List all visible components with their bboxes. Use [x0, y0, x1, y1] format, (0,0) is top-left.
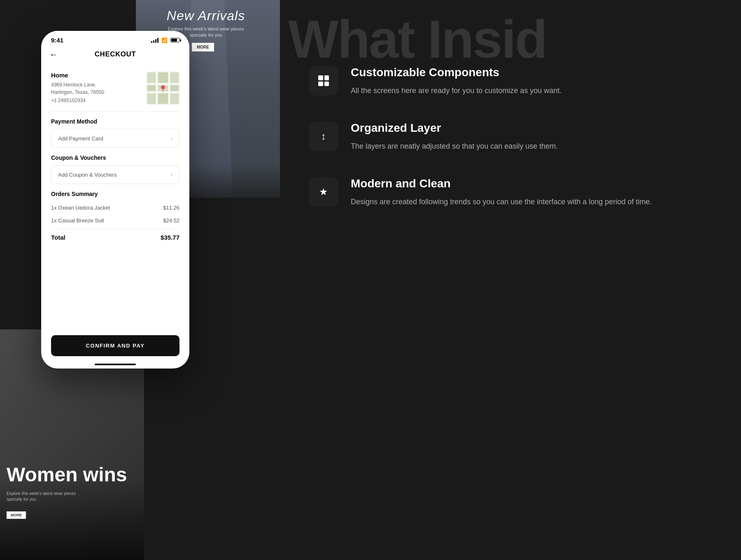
more-button-bottom[interactable]: MORE [7, 511, 26, 519]
status-icons: 📶 [151, 37, 179, 43]
status-time: 9:41 [51, 37, 63, 44]
add-coupon-label: Add Coupon & Vouchers [58, 172, 117, 178]
address-label: Home [51, 72, 147, 79]
organized-icon-box: ↕ [309, 121, 338, 151]
back-button[interactable]: ← [49, 50, 58, 59]
star-icon: ★ [319, 186, 328, 198]
feature-desc-2: The layers are neatly adjusted so that y… [351, 140, 708, 152]
women-subtitle: Explore this week's latest wear pieces s… [7, 491, 81, 502]
order-item-2-name: 1x Casual Breeze Suit [51, 217, 104, 224]
payment-chevron-icon: › [170, 135, 172, 142]
order-item-2-price: $24.52 [163, 217, 179, 224]
what-inside-text: What Insid [288, 8, 741, 70]
map-thumbnail [147, 72, 179, 105]
features-panel: Customizable Components All the screens … [276, 66, 741, 208]
add-coupon-row[interactable]: Add Coupon & Vouchers › [51, 165, 179, 184]
feature-desc-3: Designs are created following trends so … [351, 196, 708, 208]
signal-bars-icon [151, 38, 158, 43]
checkout-content: Home 4969 Hemlock Lane, Harlingen, Texas… [41, 65, 189, 349]
modern-icon-box: ★ [309, 177, 338, 207]
feature-title-3: Modern and Clean [351, 177, 708, 190]
feature-title-1: Customizable Components [351, 66, 708, 79]
feature-item-customizable: Customizable Components All the screens … [309, 66, 708, 97]
address-section: Home 4969 Hemlock Lane, Harlingen, Texas… [51, 65, 179, 112]
feature-item-modern: ★ Modern and Clean Designs are created f… [309, 177, 708, 208]
total-row: Total $35.77 [51, 229, 179, 244]
svg-rect-8 [147, 85, 156, 91]
checkout-header: ← CHECKOUT [41, 47, 189, 65]
home-indicator [95, 364, 136, 365]
feature-desc-1: All the screens here are ready for you t… [351, 85, 708, 97]
customizable-icon-box [309, 66, 338, 96]
order-item-1-name: 1x Oxean Uedora Jacket [51, 205, 110, 211]
svg-point-14 [161, 85, 165, 89]
battery-icon [170, 38, 179, 42]
status-bar: 9:41 📶 [41, 31, 189, 47]
svg-rect-11 [147, 93, 156, 104]
feature-item-organized: ↕ Organized Layer The layers are neatly … [309, 121, 708, 152]
add-payment-label: Add Payment Card [58, 135, 103, 142]
address-line2: Harlingen, Texas, 78550 [51, 89, 147, 96]
svg-rect-7 [170, 72, 179, 83]
new-arrivals-title: New Arrivals [136, 8, 276, 23]
orders-section-label: Orders Summary [51, 191, 179, 197]
order-item-1: 1x Oxean Uedora Jacket $11.26 [51, 201, 179, 214]
more-button-top[interactable]: MORE [192, 43, 214, 51]
order-item-2: 1x Casual Breeze Suit $24.52 [51, 214, 179, 227]
svg-rect-13 [170, 93, 179, 104]
checkout-title: CHECKOUT [95, 50, 136, 58]
women-wins-section: Women wins [7, 464, 127, 486]
coupon-section-label: Coupon & Vouchers [51, 154, 179, 161]
layers-icon: ↕ [321, 131, 326, 142]
order-item-1-price: $11.26 [163, 205, 179, 211]
feature-title-2: Organized Layer [351, 121, 708, 135]
total-label: Total [51, 234, 65, 241]
phone-frame: 9:41 📶 ← CHECKOUT Home 4969 [41, 31, 189, 369]
add-payment-card-row[interactable]: Add Payment Card › [51, 129, 179, 148]
svg-rect-5 [147, 72, 156, 83]
coupon-chevron-icon: › [170, 171, 172, 178]
grid-icon [318, 75, 329, 86]
payment-section-label: Payment Method [51, 118, 179, 125]
address-line1: 4969 Hemlock Lane, [51, 81, 147, 89]
confirm-pay-button[interactable]: CONFIRM AND PAY [51, 335, 179, 356]
women-wins-title: Women wins [7, 464, 127, 486]
address-phone: +1 2495102934 [51, 98, 147, 103]
svg-rect-10 [170, 85, 179, 91]
svg-rect-6 [158, 72, 168, 83]
wifi-icon: 📶 [161, 37, 168, 43]
total-amount: $35.77 [161, 234, 179, 241]
svg-rect-12 [158, 93, 168, 104]
